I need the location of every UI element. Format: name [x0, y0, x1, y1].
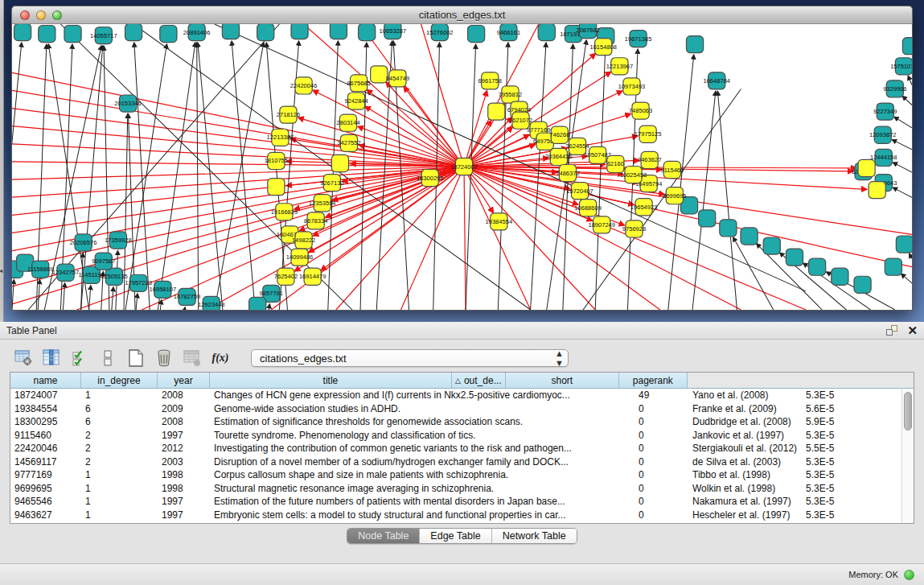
- column-visibility-icon[interactable]: [41, 348, 62, 369]
- graph-node[interactable]: [488, 103, 505, 120]
- row-selection-mode-icon[interactable]: [69, 348, 90, 369]
- column-header-year[interactable]: year: [158, 373, 210, 388]
- table-cell[interactable]: Hescheler et al. (1997): [688, 509, 802, 521]
- table-cell[interactable]: 18300295: [10, 416, 81, 427]
- column-header-name[interactable]: name: [10, 373, 81, 388]
- table-row[interactable]: 1830029562008Estimation of significance …: [10, 415, 914, 429]
- graph-node[interactable]: 7485063: [629, 102, 652, 119]
- table-cell[interactable]: 1998: [158, 483, 210, 494]
- minimize-button[interactable]: [36, 10, 46, 20]
- graph-node[interactable]: 22420046: [290, 77, 318, 94]
- graph-node[interactable]: [885, 258, 901, 275]
- vertical-scrollbar[interactable]: [901, 389, 914, 523]
- graph-node[interactable]: 8678334: [304, 212, 327, 229]
- table-cell[interactable]: 1997: [158, 496, 210, 507]
- graph-node[interactable]: 18907249: [588, 216, 615, 233]
- table-cell[interactable]: 0: [634, 509, 688, 521]
- scrollbar-thumb[interactable]: [904, 392, 912, 431]
- table-cell[interactable]: 5.3E-5: [802, 483, 870, 494]
- graph-node[interactable]: [699, 210, 716, 227]
- table-cell[interactable]: 2008: [158, 416, 210, 427]
- table-cell[interactable]: 1: [81, 509, 158, 521]
- table-cell[interactable]: 49: [634, 389, 688, 401]
- graph-node[interactable]: [858, 159, 875, 176]
- graph-node[interactable]: [331, 154, 348, 171]
- graph-node[interactable]: 19654923: [630, 199, 658, 216]
- graph-node[interactable]: 10653287: [380, 24, 407, 39]
- graph-node[interactable]: 9227349: [873, 103, 897, 120]
- graph-node[interactable]: 10688609: [574, 200, 602, 216]
- table-cell[interactable]: 1: [81, 496, 158, 507]
- graph-node[interactable]: 8675685: [347, 75, 370, 92]
- table-cell[interactable]: 2: [81, 443, 158, 454]
- graph-node[interactable]: 15276002: [426, 24, 454, 41]
- graph-node[interactable]: 16958107: [150, 281, 177, 298]
- table-cell[interactable]: 9465546: [10, 496, 81, 507]
- graph-node[interactable]: [832, 268, 848, 285]
- graph-node[interactable]: [902, 38, 912, 55]
- graph-node[interactable]: [125, 24, 142, 41]
- graph-node[interactable]: [17, 254, 34, 271]
- table-cell[interactable]: 2009: [158, 403, 210, 414]
- graph-node[interactable]: 15751074: [890, 58, 912, 75]
- table-cell[interactable]: 0: [634, 403, 688, 414]
- table-cell[interactable]: Changes of HCN gene expression and I(f) …: [210, 389, 634, 401]
- graph-node[interactable]: 9115460: [660, 161, 684, 178]
- graph-node[interactable]: 9242844: [344, 93, 368, 109]
- table-cell[interactable]: 0: [634, 416, 688, 427]
- table-cell[interactable]: Tibbo et al. (1998): [688, 469, 802, 480]
- table-cell[interactable]: 9463627: [10, 509, 81, 521]
- table-cell[interactable]: Disruption of a novel member of a sodium…: [210, 456, 634, 468]
- graph-node[interactable]: 16914479: [299, 268, 326, 285]
- tab-node-table[interactable]: Node Table: [347, 529, 419, 543]
- toggle-rows-icon[interactable]: [97, 348, 118, 369]
- graph-node[interactable]: 1621072: [509, 112, 532, 129]
- graph-node[interactable]: [869, 182, 885, 199]
- table-cell[interactable]: 0: [634, 469, 688, 480]
- graph-node[interactable]: [371, 66, 388, 83]
- table-row[interactable]: 946554611997Estimation of the future num…: [10, 495, 914, 509]
- graph-node[interactable]: [330, 24, 347, 39]
- graph-node[interactable]: 7486372: [556, 164, 579, 181]
- graph-node[interactable]: 16782759: [174, 288, 201, 305]
- table-cell[interactable]: 0: [634, 483, 688, 494]
- table-cell[interactable]: 0: [634, 443, 688, 454]
- graph-node[interactable]: [359, 24, 376, 41]
- table-cell[interactable]: 2: [81, 430, 158, 441]
- graph-node[interactable]: [249, 297, 266, 310]
- table-row[interactable]: 1938455462009Genome-wide association stu…: [10, 402, 914, 416]
- graph-node[interactable]: 746266: [549, 126, 569, 143]
- collapse-arrow-icon[interactable]: ◂: [0, 267, 2, 274]
- graph-node[interactable]: [786, 249, 803, 266]
- graph-node[interactable]: [39, 26, 55, 43]
- table-settings-icon[interactable]: [13, 348, 34, 369]
- table-cell[interactable]: 9115460: [10, 430, 81, 441]
- table-cell[interactable]: Yano et al. (2008): [688, 389, 802, 401]
- table-cell[interactable]: Tourette syndrome. Phenomenology and cla…: [210, 430, 634, 441]
- memory-status-indicator[interactable]: [904, 570, 914, 580]
- table-cell[interactable]: 18724007: [10, 389, 81, 401]
- graph-node[interactable]: [763, 237, 780, 254]
- table-cell[interactable]: 19384554: [10, 403, 81, 414]
- graph-node[interactable]: 3427552: [337, 134, 360, 151]
- graph-node[interactable]: 9329966: [883, 80, 906, 97]
- table-cell[interactable]: 5.6E-5: [802, 403, 870, 414]
- graph-node[interactable]: 17359928: [105, 232, 132, 249]
- table-cell[interactable]: 1998: [158, 469, 210, 480]
- table-cell[interactable]: 1: [81, 389, 158, 401]
- table-cell[interactable]: Estimation of significance thresholds fo…: [210, 416, 634, 427]
- table-cell[interactable]: 6: [81, 416, 158, 427]
- graph-node[interactable]: [720, 220, 737, 237]
- tab-edge-table[interactable]: Edge Table: [419, 529, 491, 543]
- zoom-button[interactable]: [52, 10, 62, 20]
- graph-node[interactable]: [538, 24, 555, 41]
- graph-node[interactable]: [896, 236, 912, 253]
- graph-node[interactable]: [468, 26, 485, 43]
- table-cell[interactable]: 2003: [158, 456, 210, 468]
- table-cell[interactable]: 0: [634, 456, 688, 468]
- table-cell[interactable]: 1997: [158, 509, 210, 521]
- graph-node[interactable]: 7955812: [499, 86, 522, 103]
- graph-node[interactable]: 2803144: [336, 114, 359, 131]
- graph-node[interactable]: 9699695: [663, 187, 686, 204]
- table-cell[interactable]: 2012: [158, 443, 210, 454]
